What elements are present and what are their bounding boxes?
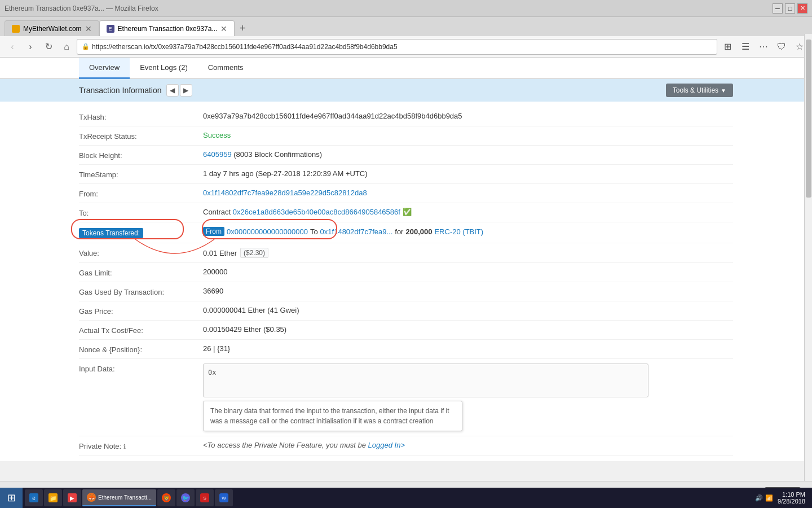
- forward-button[interactable]: ›: [23, 39, 38, 55]
- contract-address-link[interactable]: 0x26ce1a8d663de65b40e00ac8cd866490584658…: [233, 208, 400, 216]
- scrollbar-thumb[interactable]: [806, 40, 811, 198]
- ether-value: 0.01 Ether: [203, 249, 237, 257]
- minimize-button[interactable]: ─: [773, 3, 783, 14]
- taskbar-item-app3[interactable]: W: [215, 489, 233, 506]
- sidebar-button[interactable]: ☰: [738, 39, 753, 55]
- tab-event-logs[interactable]: Event Logs (2): [130, 58, 198, 79]
- title-bar-text: Ethereum Transaction 0xe937a... — Mozill…: [5, 5, 158, 12]
- value-label: Value:: [79, 248, 203, 257]
- private-note-value: <To access the Private Note Feature, you…: [203, 441, 733, 449]
- txhash-label: TxHash:: [79, 112, 203, 121]
- to-value: Contract 0x26ce1a8d663de65b40e00ac8cd866…: [203, 208, 733, 216]
- back-button[interactable]: ‹: [5, 39, 20, 55]
- taskbar-item-ie[interactable]: e: [25, 489, 43, 506]
- actual-cost-row: Actual Tx Cost/Fee: 0.00150429 Ether ($0…: [79, 321, 733, 340]
- receipt-value: Success: [203, 131, 733, 139]
- to-row: To: Contract 0x26ce1a8d663de65b40e00ac8c…: [79, 203, 733, 222]
- tab-label-1: MyEtherWallet.com: [23, 25, 82, 33]
- start-button[interactable]: ⊞: [0, 488, 23, 508]
- gas-limit-row: Gas Limit: 200000: [79, 263, 733, 282]
- tools-utilities-button[interactable]: Tools & Utilities ▼: [666, 84, 733, 97]
- taskbar-item-firefox[interactable]: 🦊 Ethereum Transacti...: [82, 489, 156, 506]
- new-tab-button[interactable]: +: [235, 20, 250, 36]
- verified-check-icon: ✅: [403, 208, 412, 216]
- tab-label-2: Ethereum Transaction 0xe937a...: [118, 25, 218, 33]
- network-icon: 📶: [765, 494, 773, 502]
- title-bar: Ethereum Transaction 0xe937a... — Mozill…: [0, 0, 812, 17]
- transaction-table: TxHash: 0xe937a79a7b428ccb156011fde4e967…: [0, 102, 812, 461]
- scrollbar[interactable]: [804, 34, 812, 488]
- nonce-label: Nonce & {Position}:: [79, 344, 203, 354]
- taskbar-item-app2[interactable]: S: [196, 489, 214, 506]
- volume-icon: 🔊: [755, 494, 763, 502]
- firefox-icon: 🦊: [87, 493, 96, 502]
- actual-cost-value: 0.00150429 Ether ($0.35): [203, 325, 733, 334]
- tokens-from-addr-link[interactable]: 0x000000000000000000: [227, 227, 308, 236]
- prev-tx-button[interactable]: ◀: [166, 84, 179, 97]
- taskbar-item-app1[interactable]: 🐦: [176, 489, 195, 506]
- taskbar-item-brave[interactable]: 🦁: [157, 489, 175, 506]
- dropdown-arrow-icon: ▼: [721, 87, 726, 94]
- tokens-label: Tokens Transfered:: [79, 227, 203, 238]
- contract-label: Contract: [203, 208, 231, 216]
- from-label: From:: [79, 189, 203, 198]
- txhash-value: 0xe937a79a7b428ccb156011fde4e967ff0ad344…: [203, 112, 733, 120]
- shield-button[interactable]: 🛡: [774, 39, 789, 55]
- nonce-row: Nonce & {Position}: 26 | {31}: [79, 340, 733, 359]
- bookmarks-button[interactable]: ⊞: [720, 39, 735, 55]
- media-icon: ▶: [68, 493, 77, 502]
- tab-overview[interactable]: Overview: [79, 58, 130, 79]
- browser-tab-myetherwallet[interactable]: MyEtherWallet.com ✕: [5, 20, 99, 36]
- taskbar-item-folder[interactable]: 📁: [44, 489, 62, 506]
- input-tooltip: The binary data that formed the input to…: [203, 401, 462, 431]
- tokens-amount: 200,000: [405, 227, 432, 236]
- info-header: Transaction Information ◀ ▶ Tools & Util…: [0, 79, 812, 102]
- app1-icon: 🐦: [181, 493, 190, 502]
- section-title: Transaction Information ◀ ▶: [79, 84, 192, 97]
- nav-arrows: ◀ ▶: [166, 84, 192, 97]
- block-number-link[interactable]: 6405959: [203, 150, 232, 159]
- app2-icon: S: [200, 493, 209, 502]
- clock-date: 9/28/2018: [778, 498, 805, 505]
- input-label: Input Data:: [79, 364, 203, 373]
- from-address-link[interactable]: 0x1f14802df7c7fea9e28d91a59e229d5c82812d…: [203, 189, 367, 197]
- gas-price-value: 0.000000041 Ether (41 Gwei): [203, 306, 733, 314]
- input-value-wrapper: 0x The binary data that formed the input…: [203, 364, 733, 431]
- tab-favicon-2: E: [107, 25, 114, 33]
- tokens-contract-link[interactable]: ERC-20 (TBIT): [434, 227, 483, 236]
- taskbar-item-media[interactable]: ▶: [63, 489, 81, 506]
- nonce-value: 26 | {31}: [203, 344, 733, 353]
- receipt-label: TxReceipt Status:: [79, 131, 203, 141]
- block-label: Block Height:: [79, 150, 203, 160]
- block-value: 6405959 (8003 Block Confirmations): [203, 150, 733, 159]
- actual-cost-label: Actual Tx Cost/Fee:: [79, 325, 203, 335]
- block-row: Block Height: 6405959 (8003 Block Confir…: [79, 146, 733, 165]
- logged-in-link[interactable]: Logged In>: [368, 441, 405, 449]
- menu-button[interactable]: ⋯: [756, 39, 771, 55]
- tab-close-2[interactable]: ✕: [220, 24, 227, 33]
- maximize-button[interactable]: □: [785, 3, 795, 14]
- windows-taskbar: ⊞ e 📁 ▶ 🦊 Ethereum Transacti... 🦁 🐦 S W …: [0, 488, 812, 508]
- url-bar[interactable]: 🔒 https://etherscan.io/tx/0xe937a79a7b42…: [77, 39, 717, 55]
- tab-comments[interactable]: Comments: [198, 58, 254, 79]
- refresh-button[interactable]: ↻: [41, 39, 56, 55]
- close-button[interactable]: ✕: [797, 3, 807, 14]
- gas-used-label: Gas Used By Transaction:: [79, 287, 203, 296]
- next-tx-button[interactable]: ▶: [180, 84, 192, 97]
- ssl-lock-icon: 🔒: [82, 43, 90, 50]
- info-icon: ℹ: [123, 443, 126, 450]
- gas-used-value: 36690: [203, 287, 733, 295]
- private-note-row: Private Note: ℹ <To access the Private N…: [79, 436, 733, 456]
- tokens-to-addr-link[interactable]: 0x1f14802df7c7fea9...: [320, 227, 393, 236]
- browser-tab-etherscan[interactable]: E Ethereum Transaction 0xe937a... ✕: [99, 20, 235, 36]
- tokens-highlight-label: Tokens Transfered:: [79, 228, 143, 238]
- block-confirmations: (8003 Block Confirmations): [233, 150, 322, 159]
- tab-close-1[interactable]: ✕: [85, 24, 92, 33]
- nav-right-icons: ⊞ ☰ ⋯ 🛡 ☆: [720, 39, 807, 55]
- home-button[interactable]: ⌂: [59, 39, 74, 55]
- tokens-value: From 0x000000000000000000 To 0x1f14802df…: [203, 227, 733, 236]
- nav-bar: ‹ › ↻ ⌂ 🔒 https://etherscan.io/tx/0xe937…: [0, 36, 812, 58]
- gas-limit-label: Gas Limit:: [79, 268, 203, 277]
- system-tray: 🔊 📶: [755, 494, 773, 502]
- window-controls: ─ □ ✕: [773, 3, 807, 14]
